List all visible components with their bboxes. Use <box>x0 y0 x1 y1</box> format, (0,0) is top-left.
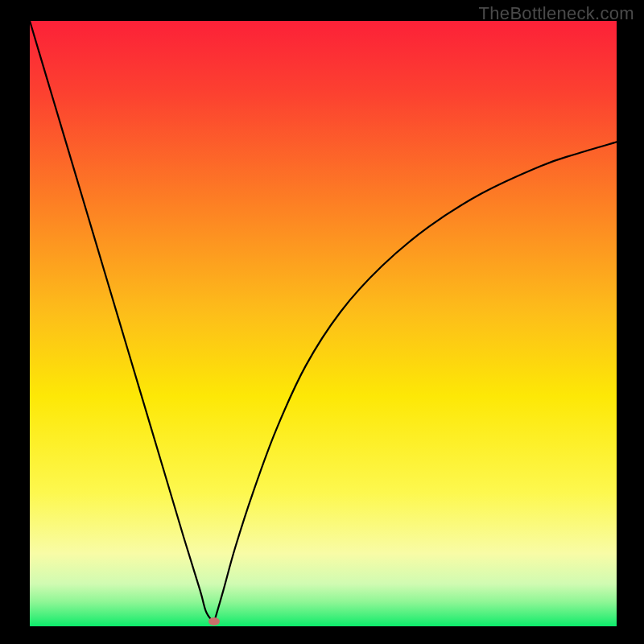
chart-frame: TheBottleneck.com <box>0 0 644 644</box>
bottleneck-chart <box>30 21 617 626</box>
watermark-text: TheBottleneck.com <box>479 3 634 24</box>
chart-svg <box>30 21 617 626</box>
minimum-marker <box>208 617 220 625</box>
gradient-bg <box>30 21 617 626</box>
